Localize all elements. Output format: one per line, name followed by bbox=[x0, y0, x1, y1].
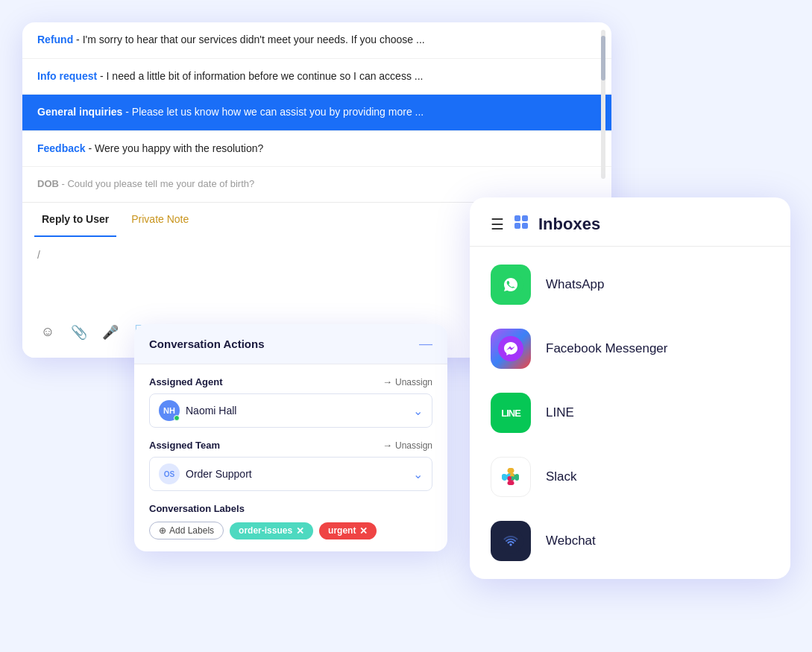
svg-point-5 bbox=[498, 336, 523, 361]
team-dropdown[interactable]: OS Order Support ⌄ bbox=[149, 457, 432, 491]
line-icon: LINE bbox=[491, 393, 531, 433]
svg-rect-16 bbox=[508, 469, 514, 473]
actions-header: Conversation Actions — bbox=[134, 324, 447, 364]
canned-label-info: Info request bbox=[37, 70, 97, 82]
label-order-issues-close[interactable]: ✕ bbox=[296, 525, 304, 537]
label-urgent-close[interactable]: ✕ bbox=[359, 525, 368, 537]
canned-label-general: General inquiries bbox=[37, 106, 122, 118]
reply-placeholder: / bbox=[37, 249, 40, 261]
svg-rect-22 bbox=[508, 476, 512, 481]
add-label-text: Add Labels bbox=[169, 525, 214, 536]
webchat-icon bbox=[491, 521, 531, 561]
svg-rect-2 bbox=[514, 223, 520, 229]
team-unassign-label: Unassign bbox=[395, 440, 432, 451]
team-initials: OS bbox=[164, 470, 174, 478]
team-label: Assigned Team bbox=[149, 440, 220, 451]
tab-reply-to-user[interactable]: Reply to User bbox=[34, 203, 116, 237]
canned-text-refund: - I'm sorry to hear that our services di… bbox=[73, 34, 424, 45]
canned-item-general[interactable]: General inquiries - Please let us know h… bbox=[22, 95, 611, 131]
team-avatar: OS bbox=[159, 463, 180, 484]
inbox-item-line[interactable]: LINE LINE bbox=[470, 381, 790, 445]
agent-section-header: Assigned Agent → Unassign bbox=[149, 376, 432, 387]
menu-icon[interactable]: ☰ bbox=[491, 215, 504, 233]
emoji-button[interactable]: ☺ bbox=[34, 319, 61, 346]
team-name: Order Support bbox=[186, 468, 252, 480]
canned-item-dob[interactable]: DOB - Could you please tell me your date… bbox=[22, 167, 611, 201]
inbox-name-whatsapp: WhatsApp bbox=[546, 277, 604, 292]
agent-unassign-label: Unassign bbox=[395, 377, 432, 387]
inboxes-panel: ☰ Inboxes WhatsApp bbox=[470, 197, 790, 579]
svg-rect-1 bbox=[522, 215, 528, 221]
canned-item-info[interactable]: Info request - I need a little bit of in… bbox=[22, 59, 611, 95]
line-text-icon: LINE bbox=[501, 408, 520, 419]
add-label-button[interactable]: ⊕ Add Labels bbox=[149, 522, 224, 539]
conversation-actions-panel: Conversation Actions — Assigned Agent → … bbox=[134, 324, 447, 551]
actions-title: Conversation Actions bbox=[149, 338, 264, 350]
actions-body: Assigned Agent → Unassign NH Naomi Hall … bbox=[134, 364, 447, 551]
arrow-icon: → bbox=[383, 376, 392, 387]
svg-rect-17 bbox=[515, 474, 520, 481]
svg-point-23 bbox=[498, 528, 523, 554]
labels-title: Conversation Labels bbox=[149, 503, 432, 514]
canned-text-dob: - Could you please tell me your date of … bbox=[59, 178, 254, 189]
whatsapp-icon bbox=[491, 265, 531, 305]
add-label-plus-icon: ⊕ bbox=[159, 525, 166, 536]
team-info: OS Order Support bbox=[159, 463, 252, 484]
grid-icon[interactable] bbox=[513, 214, 529, 234]
labels-row: ⊕ Add Labels order-issues ✕ urgent ✕ bbox=[149, 522, 432, 539]
canned-label-dob: DOB bbox=[37, 178, 59, 189]
messenger-icon bbox=[491, 329, 531, 369]
svg-rect-18 bbox=[508, 481, 514, 486]
scrollbar-thumb[interactable] bbox=[601, 36, 605, 80]
slack-icon bbox=[491, 457, 531, 497]
team-unassign-button[interactable]: → Unassign bbox=[383, 440, 432, 451]
inbox-name-webchat: Webchat bbox=[546, 534, 596, 548]
agent-dropdown-chevron: ⌄ bbox=[413, 404, 423, 418]
label-order-issues-text: order-issues bbox=[239, 525, 292, 536]
agent-dropdown[interactable]: NH Naomi Hall ⌄ bbox=[149, 393, 432, 428]
team-arrow-icon: → bbox=[383, 440, 392, 451]
attachment-button[interactable]: 📎 bbox=[66, 319, 92, 346]
canned-item-refund[interactable]: Refund - I'm sorry to hear that our serv… bbox=[22, 22, 611, 59]
agent-info: NH Naomi Hall bbox=[159, 400, 236, 421]
canned-label-refund: Refund bbox=[37, 34, 73, 45]
canned-text-general: - Please let us know how we can assist y… bbox=[122, 106, 424, 118]
canned-text-feedback: - Were you happy with the resolution? bbox=[86, 142, 264, 154]
team-dropdown-chevron: ⌄ bbox=[413, 467, 423, 481]
inbox-name-line: LINE bbox=[546, 405, 574, 420]
agent-unassign-button[interactable]: → Unassign bbox=[383, 376, 432, 387]
canned-responses-list: Refund - I'm sorry to hear that our serv… bbox=[22, 22, 611, 202]
inboxes-header: ☰ Inboxes bbox=[470, 197, 790, 247]
inbox-item-whatsapp[interactable]: WhatsApp bbox=[470, 253, 790, 317]
agent-initials: NH bbox=[163, 406, 175, 415]
svg-rect-0 bbox=[514, 215, 520, 221]
label-tag-urgent[interactable]: urgent ✕ bbox=[319, 522, 377, 539]
tab-private-note[interactable]: Private Note bbox=[124, 203, 196, 237]
agent-name: Naomi Hall bbox=[186, 405, 236, 417]
agent-avatar: NH bbox=[159, 400, 180, 421]
svg-point-24 bbox=[510, 544, 512, 546]
inbox-item-slack[interactable]: Slack bbox=[470, 445, 790, 509]
label-tag-order-issues[interactable]: order-issues ✕ bbox=[230, 522, 313, 539]
collapse-button[interactable]: — bbox=[419, 336, 432, 352]
inbox-name-messenger: Facebook Messenger bbox=[546, 341, 667, 356]
online-status-dot bbox=[174, 415, 180, 421]
canned-item-feedback[interactable]: Feedback - Were you happy with the resol… bbox=[22, 131, 611, 168]
agent-label: Assigned Agent bbox=[149, 376, 222, 387]
inbox-list: WhatsApp Facebook Messenger bbox=[470, 247, 790, 579]
svg-rect-15 bbox=[503, 474, 507, 481]
svg-rect-3 bbox=[522, 223, 528, 229]
team-section-header: Assigned Team → Unassign bbox=[149, 440, 432, 451]
audio-button[interactable]: 🎤 bbox=[97, 319, 124, 346]
labels-section: Conversation Labels ⊕ Add Labels order-i… bbox=[149, 503, 432, 539]
label-urgent-text: urgent bbox=[328, 525, 356, 536]
canned-text-info: - I need a little bit of information bef… bbox=[97, 70, 423, 82]
inbox-item-webchat[interactable]: Webchat bbox=[470, 509, 790, 573]
inbox-name-slack: Slack bbox=[546, 469, 577, 484]
inboxes-title: Inboxes bbox=[538, 215, 600, 234]
scrollbar-track[interactable] bbox=[601, 30, 605, 179]
inbox-item-messenger[interactable]: Facebook Messenger bbox=[470, 317, 790, 381]
canned-label-feedback: Feedback bbox=[37, 142, 86, 154]
